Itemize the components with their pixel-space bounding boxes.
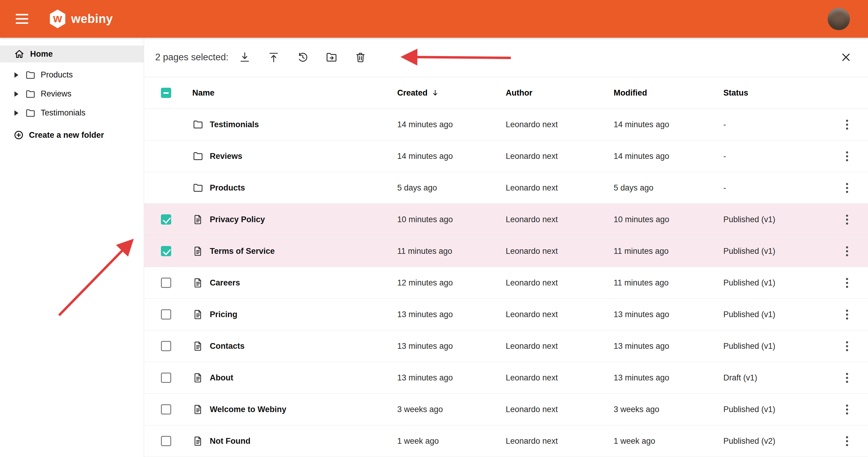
row-name: Testimonials — [210, 120, 259, 129]
row-name: Welcome to Webiny — [210, 405, 286, 414]
topbar: w webiny — [0, 0, 868, 38]
column-header-modified[interactable]: Modified — [614, 88, 723, 98]
row-status: Published (v2) — [723, 436, 826, 446]
row-modified: 13 minutes ago — [614, 310, 723, 319]
page-icon — [192, 245, 204, 257]
row-modified: 13 minutes ago — [614, 373, 723, 383]
move-to-folder-button[interactable] — [323, 49, 340, 66]
export-button[interactable] — [265, 49, 282, 66]
row-created: 14 minutes ago — [397, 152, 506, 161]
row-menu-button[interactable] — [843, 307, 851, 323]
column-header-author[interactable]: Author — [506, 88, 614, 98]
restore-button[interactable] — [294, 49, 311, 66]
export-icon — [267, 51, 280, 64]
row-author: Leonardo next — [506, 183, 614, 193]
plus-circle-icon — [13, 130, 24, 141]
close-icon — [840, 51, 852, 64]
row-created: 12 minutes ago — [397, 278, 506, 287]
create-folder-button[interactable]: Create a new folder — [0, 126, 144, 144]
table-row[interactable]: Careers 12 minutes ago Leonardo next 11 … — [144, 267, 868, 299]
row-menu-button[interactable] — [843, 148, 851, 164]
row-author: Leonardo next — [506, 341, 614, 351]
row-name: Terms of Service — [210, 247, 275, 256]
row-menu-button[interactable] — [843, 180, 851, 196]
table-row[interactable]: Contacts 13 minutes ago Leonardo next 13… — [144, 330, 868, 362]
row-checkbox[interactable] — [161, 246, 171, 256]
row-created: 1 week ago — [397, 436, 506, 446]
chevron-right-icon[interactable] — [14, 91, 19, 97]
row-menu-button[interactable] — [843, 212, 851, 227]
row-checkbox[interactable] — [161, 309, 171, 319]
row-menu-button[interactable] — [843, 275, 851, 291]
page-icon — [192, 340, 204, 352]
table-row[interactable]: Not Found 1 week ago Leonardo next 1 wee… — [144, 425, 868, 457]
row-status: - — [723, 152, 826, 161]
table-row[interactable]: Products 5 days ago Leonardo next 5 days… — [144, 172, 868, 204]
menu-button[interactable] — [16, 8, 37, 30]
sidebar-item-home[interactable]: Home — [0, 45, 144, 62]
sidebar-folder-testimonials[interactable]: Testimonials — [0, 103, 144, 122]
table-row[interactable]: Welcome to Webiny 3 weeks ago Leonardo n… — [144, 394, 868, 425]
row-modified: 11 minutes ago — [614, 278, 723, 287]
chevron-right-icon[interactable] — [14, 72, 19, 78]
table-row[interactable]: Terms of Service 11 minutes ago Leonardo… — [144, 236, 868, 267]
webiny-logo[interactable]: w webiny — [49, 10, 113, 28]
app: w webiny Home Products — [0, 0, 868, 457]
row-name: Pricing — [210, 310, 238, 319]
row-checkbox[interactable] — [161, 341, 171, 351]
row-modified: 3 weeks ago — [614, 405, 723, 414]
sidebar-folder-reviews[interactable]: Reviews — [0, 84, 144, 103]
row-menu-button[interactable] — [843, 433, 851, 449]
table-row[interactable]: Privacy Policy 10 minutes ago Leonardo n… — [144, 204, 868, 236]
row-menu-button[interactable] — [843, 338, 851, 354]
user-avatar[interactable] — [828, 8, 850, 30]
column-header-name[interactable]: Name — [192, 88, 397, 98]
row-checkbox[interactable] — [161, 404, 171, 415]
row-modified: 14 minutes ago — [614, 152, 723, 161]
row-modified: 5 days ago — [614, 183, 723, 193]
folder-icon — [192, 119, 204, 130]
page-icon — [192, 404, 204, 415]
delete-button[interactable] — [352, 49, 369, 66]
table-row[interactable]: Pricing 13 minutes ago Leonardo next 13 … — [144, 299, 868, 330]
main-content: 2 pages selected: — [144, 38, 868, 457]
row-created: 13 minutes ago — [397, 373, 506, 383]
selection-actions — [236, 49, 369, 66]
row-checkbox[interactable] — [161, 278, 171, 288]
row-modified: 10 minutes ago — [614, 215, 723, 224]
row-checkbox[interactable] — [161, 373, 171, 383]
row-name: Products — [210, 183, 245, 193]
folder-tree: Products Reviews Testimonials — [0, 65, 144, 122]
row-status: Published (v1) — [723, 405, 826, 414]
close-selection-button[interactable] — [838, 49, 855, 66]
table-row[interactable]: About 13 minutes ago Leonardo next 13 mi… — [144, 362, 868, 394]
select-all-checkbox[interactable] — [161, 88, 171, 98]
row-author: Leonardo next — [506, 215, 614, 224]
row-checkbox[interactable] — [161, 214, 171, 224]
row-created: 5 days ago — [397, 183, 506, 193]
table-row[interactable]: Reviews 14 minutes ago Leonardo next 14 … — [144, 141, 868, 172]
row-menu-button[interactable] — [843, 243, 851, 259]
table-row[interactable]: Testimonials 14 minutes ago Leonardo nex… — [144, 109, 868, 141]
row-menu-button[interactable] — [843, 117, 851, 133]
table-header: Name Created Author Modified Status — [144, 77, 868, 109]
sidebar-folder-products[interactable]: Products — [0, 65, 144, 84]
row-status: Draft (v1) — [723, 373, 826, 383]
row-checkbox[interactable] — [161, 436, 171, 446]
sidebar-folder-label: Testimonials — [41, 108, 86, 118]
row-name: Privacy Policy — [210, 215, 265, 224]
row-status: Published (v1) — [723, 215, 826, 224]
row-name: Contacts — [210, 341, 245, 351]
row-menu-button[interactable] — [843, 370, 851, 386]
column-header-status[interactable]: Status — [723, 88, 826, 98]
folder-icon — [25, 70, 36, 81]
download-button[interactable] — [236, 49, 253, 66]
selection-count-label: 2 pages selected: — [155, 52, 228, 63]
column-header-created[interactable]: Created — [397, 88, 506, 98]
chevron-right-icon[interactable] — [14, 110, 19, 116]
row-author: Leonardo next — [506, 436, 614, 446]
row-menu-button[interactable] — [843, 401, 851, 418]
selection-toolbar: 2 pages selected: — [144, 38, 868, 77]
page-icon — [192, 435, 204, 447]
sort-desc-icon — [431, 88, 440, 97]
